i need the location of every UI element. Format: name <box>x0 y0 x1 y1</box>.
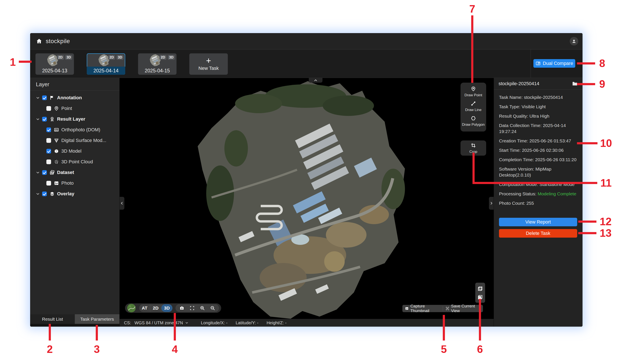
field-photo-count: Photo Count: 255 <box>499 200 580 206</box>
photo-icon <box>54 181 59 186</box>
task-date: 2025-04-14 <box>87 67 125 75</box>
mode-3d-button[interactable]: 3D <box>161 304 172 312</box>
save-view-icon <box>446 306 449 311</box>
layer-checkbox[interactable] <box>46 181 51 186</box>
dual-compare-label: Dual Compare <box>543 61 573 66</box>
draw-polygon-icon <box>471 115 476 121</box>
view-report-button[interactable]: View Report <box>499 218 577 226</box>
layer-checkbox[interactable] <box>46 127 51 132</box>
point-cloud-icon <box>54 159 59 164</box>
details-title-row: stockpile-20250414 <box>494 78 583 90</box>
save-current-view-label: Save Current View <box>451 304 480 313</box>
layer-item-photo[interactable]: Photo <box>30 178 120 189</box>
layer-group-result-layer[interactable]: Result Layer <box>30 114 120 125</box>
collapse-left-handle[interactable] <box>120 197 124 210</box>
layer-checkbox[interactable] <box>42 95 47 100</box>
latitude-readout: Latitude/Y: - <box>236 320 259 325</box>
capture-thumbnail-button[interactable]: Capture Thumbnail <box>402 305 443 312</box>
layer-label: Result Layer <box>57 116 85 122</box>
layer-checkbox[interactable] <box>46 106 51 111</box>
page-title: stockpile <box>46 38 70 45</box>
fit-view-button[interactable] <box>187 305 197 311</box>
user-avatar[interactable] <box>570 37 578 46</box>
annotation-8-line <box>577 62 595 64</box>
mode-2d-button[interactable]: 2D <box>150 304 161 312</box>
layer-checkbox[interactable] <box>42 191 47 196</box>
layer-item-3d-point-cloud[interactable]: 3D Point Cloud <box>30 157 120 167</box>
layer-item-orthophoto[interactable]: Orthophoto (DOM) <box>30 125 120 135</box>
flag-icon <box>50 95 55 100</box>
chevron-down-icon[interactable] <box>35 95 40 100</box>
chevron-down-icon[interactable] <box>35 117 40 122</box>
chevron-right-icon <box>489 201 493 205</box>
field-creation-time: Creation Time: 2025-06-26 01:53:47 <box>499 138 580 144</box>
layers-icon <box>50 191 55 196</box>
panel-bottom-strip <box>30 324 120 327</box>
layer-checkbox[interactable] <box>46 149 51 154</box>
annotation-5: 5 <box>441 343 447 355</box>
new-task-button[interactable]: + New Task <box>189 53 228 75</box>
annotation-11-hline <box>472 182 597 184</box>
collapse-top-handle[interactable] <box>309 78 323 83</box>
layer-checkbox[interactable] <box>42 170 47 175</box>
layer-item-dsm[interactable]: Digital Surface Mod... <box>30 135 120 146</box>
crop-button[interactable]: Crop <box>461 142 486 154</box>
layer-group-overlay[interactable]: Overlay <box>30 189 120 199</box>
annotation-4: 4 <box>172 343 178 355</box>
collapse-right-handle[interactable] <box>489 197 494 210</box>
layer-checkbox[interactable] <box>46 138 51 143</box>
task-card-2025-04-15[interactable]: 2D 3D 2025-04-15 <box>138 53 176 75</box>
minimap-thumbnail[interactable] <box>127 304 136 312</box>
screenshot-button[interactable] <box>177 305 187 311</box>
chevron-down-icon[interactable] <box>35 191 40 196</box>
longitude-readout: Longitude/X: - <box>201 320 228 325</box>
zoom-in-icon <box>200 305 205 311</box>
layer-group-annotation[interactable]: Annotation <box>30 93 120 103</box>
layer-item-point[interactable]: Point <box>30 103 120 114</box>
tab-result-list[interactable]: Result List <box>30 314 75 324</box>
orthophoto-3d-model[interactable] <box>120 78 494 319</box>
draw-point-label: Draw Point <box>464 93 482 97</box>
annotation-8: 8 <box>599 57 605 70</box>
field-data-collection-time: Data Collection Time: 2025-04-14 19:27:2… <box>499 123 580 134</box>
chevron-down-icon[interactable] <box>35 170 40 175</box>
dual-compare-button[interactable]: Dual Compare <box>533 59 575 68</box>
map-viewport[interactable]: Draw Point Draw Line Draw Polygon Crop <box>120 78 494 327</box>
tab-task-parameters[interactable]: Task Parameters <box>75 314 120 324</box>
draw-polygon-button[interactable]: Draw Polygon <box>461 115 486 127</box>
annotation-12-line <box>578 221 596 223</box>
view-mode-switch: AT 2D 3D <box>139 304 172 312</box>
plus-icon: + <box>206 57 211 64</box>
chevron-up-icon <box>313 78 318 82</box>
camera-icon <box>179 305 184 311</box>
draw-line-button[interactable]: Draw Line <box>461 101 486 112</box>
result-badges: 2D 3D <box>108 55 123 60</box>
layer-checkbox[interactable] <box>42 117 47 122</box>
zoom-in-button[interactable] <box>197 305 207 311</box>
task-card-2025-04-13[interactable]: 2D 3D 2025-04-13 <box>35 53 74 75</box>
annotation-6-line <box>479 299 481 341</box>
wireframe-cube-icon[interactable] <box>477 285 483 292</box>
task-card-2025-04-14[interactable]: 2D 3D 2025-04-14 <box>87 53 125 75</box>
zoom-out-button[interactable] <box>207 305 218 311</box>
details-fields: Task Name: stockpile-20250414 Task Type:… <box>494 90 583 206</box>
layer-item-3d-model[interactable]: 3D Model <box>30 146 120 157</box>
badge-3d: 3D <box>168 55 175 60</box>
layer-checkbox[interactable] <box>46 159 51 164</box>
chevron-down-icon[interactable] <box>185 321 189 325</box>
task-details-panel: stockpile-20250414 Task Name: stockpile-… <box>494 78 583 327</box>
layer-group-dataset[interactable]: Dataset <box>30 167 120 178</box>
dual-compare-icon <box>535 61 541 66</box>
annotation-1: 1 <box>10 56 16 68</box>
draw-point-button[interactable]: Draw Point <box>461 86 486 97</box>
save-current-view-button[interactable]: Save Current View <box>443 305 483 312</box>
badge-2d: 2D <box>108 55 115 60</box>
field-task-type: Task Type: Visible Light <box>499 104 580 110</box>
mode-at-button[interactable]: AT <box>139 304 150 312</box>
delete-task-button[interactable]: Delete Task <box>499 229 577 237</box>
home-icon[interactable] <box>36 38 42 44</box>
height-readout: Height/Z: - <box>266 320 286 325</box>
field-task-name: Task Name: stockpile-20250414 <box>499 94 580 100</box>
layer-label: Point <box>61 106 72 111</box>
bottom-tab-bar: Result List Task Parameters <box>30 314 120 324</box>
